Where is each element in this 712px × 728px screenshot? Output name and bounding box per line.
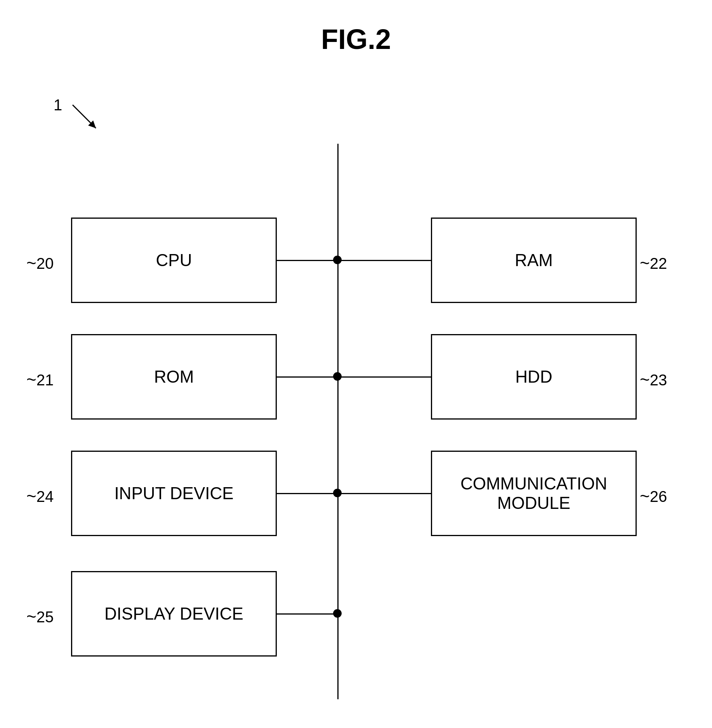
display-device-box: DISPLAY DEVICE	[71, 571, 277, 657]
conn-line-comm	[338, 493, 431, 494]
junction-dot-4	[333, 609, 342, 618]
junction-dot-1	[333, 256, 342, 264]
conn-line-display	[277, 613, 337, 615]
conn-line-ram	[338, 260, 431, 261]
conn-line-rom	[277, 376, 337, 378]
input-device-box: INPUT DEVICE	[71, 451, 277, 536]
ref-label-21: ~21	[26, 370, 54, 389]
ref-label-20: ~20	[26, 253, 54, 273]
ref-label-23: ~23	[640, 370, 667, 389]
junction-dot-2	[333, 372, 342, 381]
ref-label-25: ~25	[26, 607, 54, 626]
cpu-box: CPU	[71, 218, 277, 303]
diagram-container: FIG.2 1 CPU ~20 RAM ~22 ROM ~21 HDD	[0, 0, 712, 728]
conn-line-input	[277, 493, 337, 494]
comm-module-box: COMMUNICATIONMODULE	[431, 451, 637, 536]
junction-dot-3	[333, 489, 342, 497]
figure-title: FIG.2	[321, 23, 391, 55]
conn-line-cpu	[277, 260, 337, 261]
ref-label-1: 1	[54, 96, 62, 114]
ram-box: RAM	[431, 218, 637, 303]
ref-1-arrow	[71, 103, 102, 134]
ref-label-24: ~24	[26, 486, 54, 506]
ref-label-26: ~26	[640, 486, 667, 506]
rom-box: ROM	[71, 334, 277, 420]
conn-line-hdd	[338, 376, 431, 378]
hdd-box: HDD	[431, 334, 637, 420]
ref-label-22: ~22	[640, 253, 667, 273]
